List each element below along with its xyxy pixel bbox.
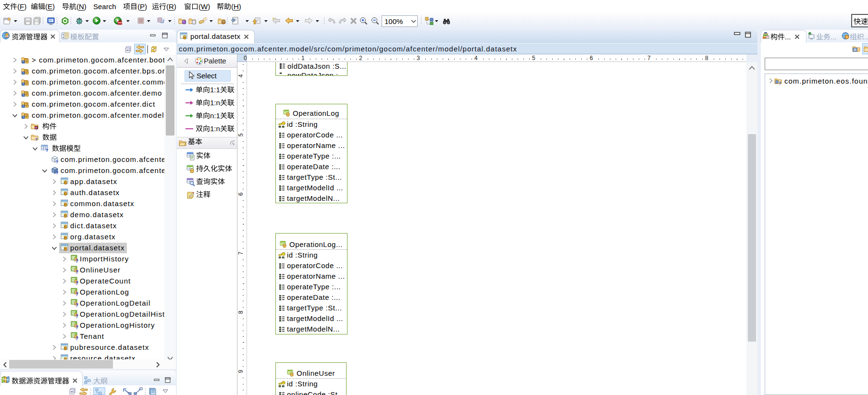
svg-text:...: ... [831, 33, 837, 41]
svg-text:?: ? [46, 148, 49, 152]
svg-text:(N): (N) [76, 2, 87, 11]
svg-text:?: ? [75, 325, 78, 330]
svg-text:?: ? [75, 270, 78, 274]
svg-text:(R): (R) [166, 2, 176, 11]
svg-text:(F): (F) [17, 2, 26, 11]
svg-text:1:n: 1:n [210, 99, 220, 107]
svg-text:1:1: 1:1 [210, 86, 220, 94]
svg-text:(P): (P) [137, 2, 147, 11]
svg-text:?: ? [75, 281, 78, 285]
svg-text:?: ? [56, 171, 59, 175]
svg-text:?: ? [35, 126, 38, 130]
svg-text:?: ? [75, 314, 78, 319]
svg-text:?: ? [779, 81, 781, 85]
svg-text:(W): (W) [198, 2, 210, 11]
svg-text:?: ? [35, 137, 38, 141]
svg-text:?: ? [75, 303, 78, 308]
svg-text:(E): (E) [45, 2, 55, 11]
svg-text:1:n: 1:n [210, 124, 220, 133]
svg-text:...: ... [785, 33, 791, 41]
svg-text:?: ? [56, 160, 59, 164]
svg-text:?: ? [75, 259, 78, 263]
svg-text:?: ? [75, 292, 78, 296]
svg-text:(H): (H) [231, 2, 241, 11]
svg-text:?: ? [75, 336, 78, 341]
svg-text:...: ... [864, 33, 868, 41]
svg-text:n:1: n:1 [210, 111, 220, 120]
